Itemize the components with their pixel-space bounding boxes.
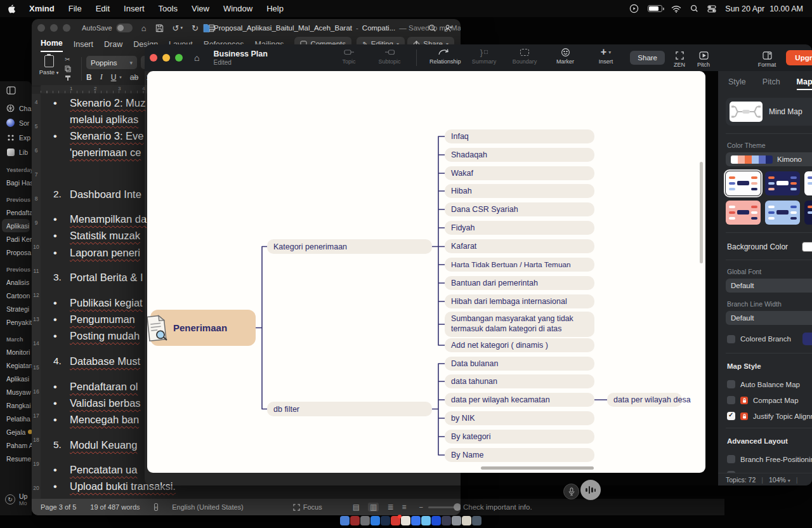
sidebar-chat-item[interactable]: Kegiatan (0, 359, 32, 372)
sidebar-chat-item[interactable]: Musyaw (0, 385, 32, 399)
mindmap-subtopic[interactable]: Sumbangan masyarakat yang tidak termasuk… (445, 312, 594, 337)
sidebar-chat-item[interactable]: Penyakit (0, 315, 32, 329)
word-count[interactable]: 19 of 487 words (90, 503, 140, 511)
mindmap-subtopic[interactable]: By kategori (445, 430, 594, 444)
strikethrough-button[interactable]: ab (130, 73, 138, 82)
dock-app-icon[interactable] (370, 516, 380, 525)
panel-tab-style[interactable]: Style (728, 77, 746, 90)
branch-color-swatch[interactable] (802, 333, 812, 345)
sidebar-chat-item[interactable]: Resume (0, 452, 32, 465)
xmind-doc-title[interactable]: Business Plan (213, 50, 267, 58)
window-minimize-button[interactable] (50, 24, 58, 32)
dictation-waveform-icon[interactable] (580, 480, 601, 500)
italic-button[interactable]: I (100, 72, 103, 82)
format-painter-icon[interactable] (65, 75, 71, 81)
relationship-tool[interactable]: Relationship (429, 46, 457, 65)
sidebar-chat-item[interactable]: Analisis (0, 275, 32, 289)
compact-map-checkbox[interactable] (727, 396, 735, 404)
window-close-button[interactable] (150, 54, 157, 62)
summary-tool[interactable]: } Summary (470, 46, 498, 65)
dock-app-icon[interactable] (442, 516, 451, 525)
menu-window[interactable]: Window (216, 4, 259, 13)
spotlight-search-icon[interactable] (690, 4, 698, 13)
page-indicator[interactable]: Page 3 of 5 (41, 503, 76, 511)
mindmap-subtopic[interactable]: Harta Tidak Bertuan / Harta Temuan (445, 258, 594, 272)
window-zoom-button[interactable] (175, 54, 183, 62)
autosave-toggle[interactable] (116, 23, 133, 32)
menubar-date[interactable]: Sun 20 Apr (725, 4, 764, 13)
bold-button[interactable]: B (86, 73, 92, 82)
copy-icon[interactable] (65, 65, 71, 72)
home-icon[interactable]: ⌂ (141, 23, 147, 33)
language-indicator[interactable]: English (United States) (172, 503, 244, 511)
dock-app-icon[interactable] (472, 516, 481, 525)
control-center-icon[interactable] (707, 5, 716, 13)
document-search-sticker-icon[interactable] (147, 314, 169, 343)
mindmap-subtopic[interactable]: By Name (445, 448, 594, 462)
battery-icon[interactable] (648, 5, 662, 12)
sidebar-chat-item[interactable]: Rangkai (0, 399, 32, 412)
undo-icon[interactable]: ↺▾ (173, 23, 183, 33)
sidebar-chat-item[interactable]: Pelatiha (0, 412, 32, 425)
home-icon[interactable]: ⌂ (194, 53, 199, 63)
dock-app-icon[interactable] (411, 516, 421, 525)
save-icon[interactable] (155, 24, 164, 32)
mindmap-subtopic[interactable]: Shadaqah (445, 148, 594, 162)
word-account-share-icon[interactable] (444, 24, 453, 32)
sidebar-item-explore[interactable]: Exp (0, 130, 32, 145)
format-panel-button[interactable]: Format (755, 50, 779, 68)
mindmap-subtopic[interactable]: data per wilayah kecamatan (445, 393, 594, 407)
menu-help[interactable]: Help (259, 4, 291, 13)
menu-insert[interactable]: Insert (117, 4, 152, 13)
branch-line-width-select[interactable]: Default▾ (726, 311, 812, 325)
apple-logo-icon[interactable] (0, 4, 22, 13)
theme-thumbnail[interactable] (804, 201, 812, 225)
theme-thumbnail[interactable] (804, 171, 812, 195)
window-close-button[interactable] (37, 24, 45, 32)
window-minimize-button[interactable] (162, 54, 170, 62)
panel-tab-map[interactable]: Map (797, 77, 812, 90)
dock-app-icon[interactable] (391, 516, 400, 525)
panel-tab-pitch[interactable]: Pitch (763, 77, 780, 90)
wifi-icon[interactable] (671, 5, 681, 13)
cut-icon[interactable]: ✂ (65, 56, 71, 63)
boundary-tool[interactable]: Boundary (511, 46, 539, 65)
mindmap-subtopic[interactable]: by NIK (445, 411, 594, 425)
sidebar-chat-item[interactable]: Bagi Has (0, 176, 32, 189)
menu-app-name[interactable]: Xmind (22, 4, 62, 13)
mindmap-subtopic[interactable]: Dana CSR Syariah (445, 202, 594, 216)
sidebar-chat-item[interactable]: Monitori (0, 345, 32, 359)
mindmap-canvas[interactable]: Penerimaan Kategori penerimaan db filter… (147, 71, 705, 473)
web-layout-icon[interactable]: ≣ (387, 503, 393, 512)
dock-app-icon[interactable] (421, 516, 431, 525)
sidebar-item-library[interactable]: Lib (0, 145, 32, 159)
pitch-button[interactable]: Pitch (693, 50, 714, 68)
auto-balance-checkbox[interactable] (727, 380, 735, 388)
sidebar-chat-item[interactable]: Padi Ken (0, 232, 32, 246)
topic-tool[interactable]: Topic (335, 46, 363, 65)
sidebar-chat-item-selected[interactable]: Aplikasi (2, 219, 30, 232)
mindmap-subtopic[interactable]: Hibah (445, 184, 594, 198)
mindmap-subtopic[interactable]: Fidyah (445, 221, 594, 235)
dock-app-icon[interactable] (360, 516, 370, 525)
doc-title[interactable]: Proposal_Aplikasi_Baitul_Mal_Aceh_Barat (214, 24, 352, 32)
sidebar-item-sora[interactable]: Sor (0, 116, 32, 130)
redo-icon[interactable]: ↻ (192, 23, 199, 33)
dock-app-icon[interactable] (340, 516, 350, 525)
sidebar-chat-item[interactable]: Proposa (0, 246, 32, 259)
sidebar-item-chatgpt[interactable]: Cha (0, 101, 32, 116)
sidebar-toggle-icon[interactable] (6, 86, 32, 95)
sidebar-upgrade[interactable]: ↻ UpMo (5, 492, 27, 506)
word-search-icon[interactable] (428, 24, 436, 32)
focus-button[interactable]: Focus (293, 503, 322, 511)
dock-app-icon[interactable] (350, 516, 360, 525)
color-theme-select[interactable]: Kimono ▾ (726, 152, 812, 166)
tab-draw[interactable]: Draw (104, 40, 122, 52)
dock-app-icon[interactable] (401, 516, 410, 525)
mindmap-subtopic[interactable]: Wakaf (445, 166, 594, 180)
play-circle-icon[interactable] (629, 4, 639, 13)
sidebar-chat-item[interactable]: Pendafta (0, 206, 32, 219)
dock-app-icon[interactable] (381, 516, 390, 525)
sidebar-chat-item[interactable]: Gejala (0, 425, 32, 439)
theme-thumbnail[interactable] (726, 201, 761, 225)
